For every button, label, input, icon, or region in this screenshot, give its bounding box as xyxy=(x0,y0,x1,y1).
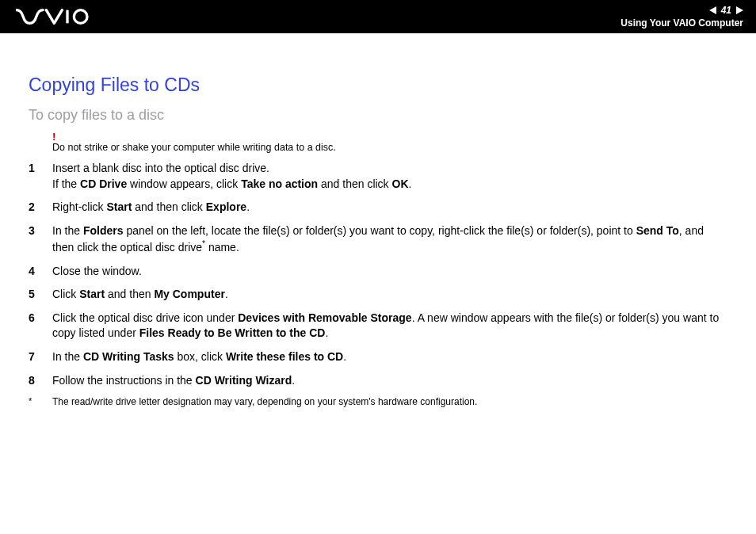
page-content: Copying Files to CDs To copy files to a … xyxy=(0,33,756,407)
section-name: Using Your VAIO Computer xyxy=(620,17,743,29)
step-body: Close the window. xyxy=(52,264,727,280)
step-item: 6Click the optical disc drive icon under… xyxy=(29,311,727,341)
step-body: Insert a blank disc into the optical dis… xyxy=(52,161,727,192)
step-number: 8 xyxy=(29,373,52,389)
page-number: 41 xyxy=(721,5,731,16)
step-body: Click the optical disc drive icon under … xyxy=(52,311,727,341)
step-number: 5 xyxy=(29,287,52,303)
step-body: In the Folders panel on the left, locate… xyxy=(52,223,727,256)
nav-prev-icon[interactable] xyxy=(709,6,716,14)
footnote-mark: * xyxy=(29,396,52,407)
page-subtitle: To copy files to a disc xyxy=(29,107,727,124)
vaio-logo xyxy=(16,9,95,25)
step-body: Follow the instructions in the CD Writin… xyxy=(52,373,727,389)
steps-list: 1Insert a blank disc into the optical di… xyxy=(29,161,727,388)
footnote-text: The read/write drive letter designation … xyxy=(52,396,727,407)
footnote: * The read/write drive letter designatio… xyxy=(29,396,727,407)
warning-icon: ! xyxy=(52,132,727,142)
header-right: 41 Using Your VAIO Computer xyxy=(620,5,743,29)
header-bar: 41 Using Your VAIO Computer xyxy=(0,0,756,33)
svg-rect-0 xyxy=(66,10,68,24)
step-body: Click Start and then My Computer. xyxy=(52,287,727,303)
warning-block: ! Do not strike or shake your computer w… xyxy=(52,132,727,153)
step-number: 4 xyxy=(29,264,52,280)
page-nav: 41 xyxy=(709,5,743,16)
nav-next-icon[interactable] xyxy=(736,6,743,14)
step-item: 7In the CD Writing Tasks box, click Writ… xyxy=(29,349,727,365)
svg-point-1 xyxy=(74,10,87,24)
step-number: 3 xyxy=(29,223,52,256)
warning-text: Do not strike or shake your computer whi… xyxy=(52,142,727,153)
step-item: 8Follow the instructions in the CD Writi… xyxy=(29,373,727,389)
step-item: 5Click Start and then My Computer. xyxy=(29,287,727,303)
step-body: In the CD Writing Tasks box, click Write… xyxy=(52,349,727,365)
step-item: 1Insert a blank disc into the optical di… xyxy=(29,161,727,192)
step-number: 6 xyxy=(29,311,52,341)
step-number: 7 xyxy=(29,349,52,365)
page-title: Copying Files to CDs xyxy=(29,74,727,96)
step-body: Right-click Start and then click Explore… xyxy=(52,200,727,216)
step-number: 2 xyxy=(29,200,52,216)
step-number: 1 xyxy=(29,161,52,192)
step-item: 4Close the window. xyxy=(29,264,727,280)
step-item: 2Right-click Start and then click Explor… xyxy=(29,200,727,216)
step-item: 3In the Folders panel on the left, locat… xyxy=(29,223,727,256)
